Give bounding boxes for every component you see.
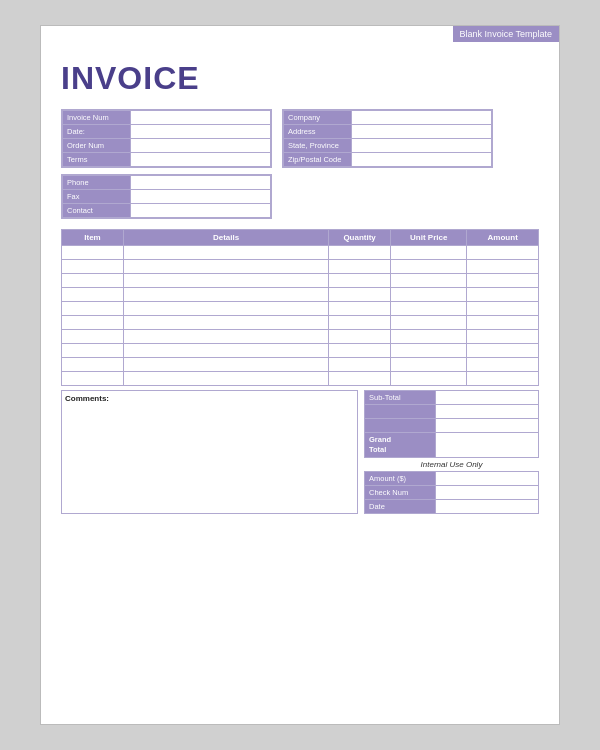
col-header-quantity: Quantity <box>329 230 391 246</box>
company-info-block: Company Address State, Province Zip/Post… <box>282 109 493 168</box>
col-header-amount: Amount <box>467 230 539 246</box>
order-num-label: Order Num <box>63 139 131 153</box>
company-row: Company <box>284 111 492 125</box>
payment-date-row: Date <box>365 499 539 513</box>
address-value[interactable] <box>352 125 492 139</box>
contact-label: Contact <box>63 204 131 218</box>
payment-date-value[interactable] <box>435 499 538 513</box>
table-row <box>62 344 539 358</box>
table-row <box>62 330 539 344</box>
invoice-page: Blank Invoice Template INVOICE Invoice N… <box>40 25 560 725</box>
order-num-row: Order Num <box>63 139 271 153</box>
contact-value[interactable] <box>131 204 271 218</box>
col-header-details: Details <box>124 230 329 246</box>
contact-row: Contact <box>63 204 271 218</box>
company-value[interactable] <box>352 111 492 125</box>
zip-value[interactable] <box>352 153 492 167</box>
phone-row: Phone <box>63 176 271 190</box>
totals-label-3 <box>365 419 436 433</box>
template-label: Blank Invoice Template <box>453 26 559 42</box>
totals-label-2 <box>365 405 436 419</box>
invoice-num-label: Invoice Num <box>63 111 131 125</box>
grand-total-value[interactable] <box>435 433 538 458</box>
table-row <box>62 288 539 302</box>
comments-section[interactable]: Comments: <box>61 390 358 514</box>
comments-label: Comments: <box>65 394 109 403</box>
table-row <box>62 274 539 288</box>
totals-table: Sub-Total GrandTotal Internal Use Only <box>364 390 539 514</box>
amount-value[interactable] <box>435 471 538 485</box>
terms-value[interactable] <box>131 153 271 167</box>
bottom-area: Comments: Sub-Total GrandTotal <box>61 390 539 514</box>
date-row: Date: <box>63 125 271 139</box>
terms-label: Terms <box>63 153 131 167</box>
address-row: Address <box>284 125 492 139</box>
col-header-item: Item <box>62 230 124 246</box>
fax-value[interactable] <box>131 190 271 204</box>
zip-row: Zip/Postal Code <box>284 153 492 167</box>
internal-use-row: Internal Use Only <box>365 457 539 471</box>
internal-use-label: Internal Use Only <box>365 457 539 471</box>
company-label: Company <box>284 111 352 125</box>
address-label: Address <box>284 125 352 139</box>
subtotal-value[interactable] <box>435 391 538 405</box>
grand-total-label: GrandTotal <box>365 433 436 458</box>
state-label: State, Province <box>284 139 352 153</box>
phone-label: Phone <box>63 176 131 190</box>
date-value[interactable] <box>131 125 271 139</box>
contact-section: Phone Fax Contact <box>61 174 539 223</box>
invoice-title: INVOICE <box>61 60 539 97</box>
table-row <box>62 260 539 274</box>
amount-row: Amount ($) <box>365 471 539 485</box>
payment-date-label: Date <box>365 499 436 513</box>
state-value[interactable] <box>352 139 492 153</box>
subtotal-row: Sub-Total <box>365 391 539 405</box>
state-row: State, Province <box>284 139 492 153</box>
invoice-info-block: Invoice Num Date: Order Num Terms <box>61 109 272 168</box>
table-row <box>62 302 539 316</box>
grand-total-row: GrandTotal <box>365 433 539 458</box>
totals-section: Sub-Total GrandTotal Internal Use Only <box>364 390 539 514</box>
totals-value-2[interactable] <box>435 405 538 419</box>
fax-row: Fax <box>63 190 271 204</box>
check-num-value[interactable] <box>435 485 538 499</box>
invoice-num-row: Invoice Num <box>63 111 271 125</box>
totals-row-3 <box>365 419 539 433</box>
table-row <box>62 316 539 330</box>
items-table-header: Item Details Quantity Unit Price Amount <box>62 230 539 246</box>
order-num-value[interactable] <box>131 139 271 153</box>
totals-value-3[interactable] <box>435 419 538 433</box>
table-row <box>62 372 539 386</box>
subtotal-label: Sub-Total <box>365 391 436 405</box>
invoice-num-value[interactable] <box>131 111 271 125</box>
table-row <box>62 246 539 260</box>
contact-block: Phone Fax Contact <box>61 174 272 219</box>
phone-value[interactable] <box>131 176 271 190</box>
amount-label: Amount ($) <box>365 471 436 485</box>
totals-row-2 <box>365 405 539 419</box>
info-sections-row: Invoice Num Date: Order Num Terms <box>61 109 539 168</box>
date-label: Date: <box>63 125 131 139</box>
check-num-label: Check Num <box>365 485 436 499</box>
items-table: Item Details Quantity Unit Price Amount <box>61 229 539 386</box>
col-header-unit-price: Unit Price <box>391 230 467 246</box>
check-num-row: Check Num <box>365 485 539 499</box>
table-row <box>62 358 539 372</box>
zip-label: Zip/Postal Code <box>284 153 352 167</box>
terms-row: Terms <box>63 153 271 167</box>
fax-label: Fax <box>63 190 131 204</box>
